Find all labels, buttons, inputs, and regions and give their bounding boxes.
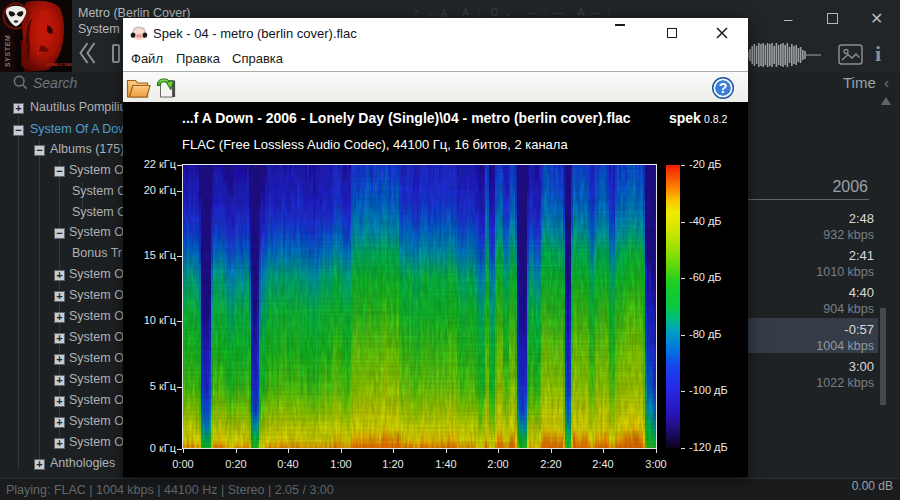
svg-text:LONELY DAY: LONELY DAY xyxy=(46,62,72,67)
svg-text:SYSTEM: SYSTEM xyxy=(4,35,11,67)
svg-text:?: ? xyxy=(719,80,728,96)
